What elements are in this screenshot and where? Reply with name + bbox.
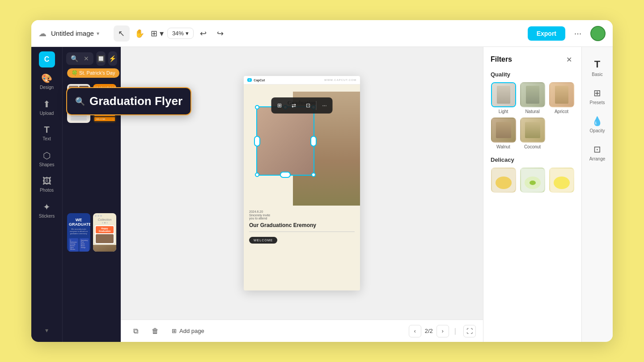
sidebar-item-stickers[interactable]: ✦ Stickers <box>34 198 60 222</box>
sidebar-item-upload[interactable]: ⬆ Upload <box>34 95 60 119</box>
more-options-button[interactable]: ··· <box>570 25 586 42</box>
layout-tool-button[interactable]: ⊞ ▾ <box>149 25 165 42</box>
selected-image-container[interactable] <box>256 106 314 176</box>
sidebar-item-text[interactable]: T Text <box>34 121 60 145</box>
header-left: ☁ Untitled image ▾ <box>38 29 99 38</box>
resize-handle-bl[interactable] <box>255 173 259 177</box>
replace-tool-button[interactable]: ⇄ <box>288 99 300 112</box>
filter-label-light: Light <box>499 109 508 114</box>
page-info-label: 2/2 <box>425 328 433 334</box>
fullscreen-button[interactable]: ⛶ <box>463 325 476 337</box>
add-page-button[interactable]: ⊞ Add page <box>167 325 209 337</box>
photos-label: Photos <box>40 188 54 193</box>
filter-thumb-del3 <box>549 168 574 193</box>
tag-stpatricks[interactable]: 🍀 St. Patrick's Day <box>67 68 119 78</box>
filter-label-coconut: Coconut <box>524 144 541 149</box>
resize-handle-mr[interactable] <box>310 136 317 147</box>
filters-header: Filters ✕ <box>491 54 574 65</box>
opacity-icon: 💧 <box>592 116 603 126</box>
zoom-level-label: 34% <box>172 30 184 37</box>
template-card-3[interactable]: WEGRADUATED We sincerely invite everyone… <box>67 213 90 252</box>
shapes-icon: ⬡ <box>43 150 51 161</box>
filter-item-apricot[interactable]: Apricot <box>549 82 574 114</box>
search-icon: 🔍 <box>71 55 78 62</box>
filter-item-del3[interactable] <box>549 168 574 193</box>
avatar <box>590 26 606 41</box>
right-tool-panel: T Basic ⊞ Presets 💧 Opacity ⊡ Arrange <box>581 47 613 342</box>
tool-separator <box>316 101 317 110</box>
canvas-bottom-content: 2024.6.20 Sincerely invite you to attend… <box>244 206 360 290</box>
filter-item-coconut[interactable]: Coconut <box>520 118 545 149</box>
filter-thumb-apricot <box>549 82 574 107</box>
page-nav-separator: | <box>454 327 456 335</box>
tag-stpatricks-label: 🍀 St. Patrick's Day <box>72 70 115 76</box>
design-icon: 🎨 <box>41 73 52 84</box>
sidebar-item-design[interactable]: 🎨 Design <box>34 69 60 93</box>
header: ☁ Untitled image ▾ ↖ ✋ ⊞ ▾ 34% ▾ ↩ ↪ Exp… <box>31 20 613 47</box>
filter-item-natural[interactable]: Natural <box>520 82 545 114</box>
image-search-button[interactable]: 🔲 <box>96 51 106 66</box>
hand-tool-button[interactable]: ✋ <box>131 25 148 42</box>
logo-text: C <box>44 55 50 63</box>
right-tool-opacity[interactable]: 💧 Opacity <box>584 111 611 138</box>
canvas-date: 2024.6.20 <box>249 210 355 213</box>
add-page-icon: ⊞ <box>172 328 177 334</box>
canvas-invite1: Sincerely invite <box>249 214 355 217</box>
sidebar-item-shapes[interactable]: ⬡ Shapes <box>34 147 60 171</box>
filter-thumb-del1 <box>491 168 516 193</box>
basic-label: Basic <box>592 72 602 77</box>
canvas-welcome-button[interactable]: WELCOME <box>249 237 277 244</box>
opacity-label: Opacity <box>590 128 605 133</box>
filter-label-apricot: Apricot <box>555 109 568 114</box>
resize-handle-tl[interactable] <box>255 105 259 109</box>
element-toolbar: ⊞ ⇄ ⊡ ··· <box>271 97 333 114</box>
select-tool-button[interactable]: ↖ <box>114 25 130 42</box>
filter-item-del1[interactable] <box>491 168 516 193</box>
filters-close-button[interactable]: ✕ <box>564 54 574 65</box>
zoom-chevron-icon: ▾ <box>186 30 189 37</box>
export-button[interactable]: Export <box>528 26 565 41</box>
more-tool-button[interactable]: ··· <box>318 99 331 112</box>
quality-section-title: Quality <box>491 71 574 78</box>
remove-bg-button[interactable]: ⊡ <box>302 99 314 112</box>
filter-item-light[interactable]: Light <box>491 82 516 114</box>
filter-item-del2[interactable] <box>520 168 545 193</box>
quality-filter-grid: Light Natural <box>491 82 574 149</box>
capcut-logo: C <box>39 51 55 67</box>
template-card-4[interactable]: Collection HappyGraduation <box>93 213 116 252</box>
filter-thumb-del2 <box>520 168 545 193</box>
filters-title: Filters <box>491 55 512 63</box>
duplicate-page-button[interactable]: ⧉ <box>128 324 143 339</box>
sidebar-item-photos[interactable]: 🖼 Photos <box>34 173 60 196</box>
presets-icon: ⊞ <box>593 88 601 98</box>
delete-page-button[interactable]: 🗑 <box>148 324 163 339</box>
tooltip-search-text: Graduation Flyer <box>89 94 182 108</box>
search-clear-icon[interactable]: ✕ <box>84 55 89 62</box>
zoom-control[interactable]: 34% ▾ <box>167 28 194 39</box>
sidebar-collapse-button[interactable]: ▾ <box>42 323 52 337</box>
search-row: 🔍 ✕ 🔲 ⚡ <box>63 47 121 68</box>
resize-handle-br[interactable] <box>311 173 316 177</box>
basic-icon: T <box>594 59 600 70</box>
canvas-bottom-bar: ⧉ 🗑 ⊞ Add page ‹ 2/2 › | ⛶ <box>121 320 483 342</box>
file-name-label: Untitled image <box>51 29 94 37</box>
prev-page-button[interactable]: ‹ <box>409 325 421 337</box>
next-page-button[interactable]: › <box>436 325 449 337</box>
filter-button[interactable]: ⚡ <box>108 51 118 66</box>
redo-button[interactable]: ↪ <box>212 25 229 42</box>
file-title: Untitled image ▾ <box>51 29 99 37</box>
resize-handle-bm[interactable] <box>280 172 291 178</box>
canvas-ceremony-title: Our Graduationc Eremony <box>249 222 355 228</box>
resize-handle-ml[interactable] <box>254 136 260 147</box>
cloud-icon: ☁ <box>38 29 47 38</box>
undo-button[interactable]: ↩ <box>195 25 212 42</box>
page-navigation: ‹ 2/2 › | ⛶ <box>409 325 476 337</box>
crop-tool-button[interactable]: ⊞ <box>273 99 286 112</box>
search-bar[interactable]: 🔍 ✕ <box>66 52 93 65</box>
right-tool-basic[interactable]: T Basic <box>584 54 611 81</box>
right-tool-arrange[interactable]: ⊡ Arrange <box>584 139 611 166</box>
filter-item-walnut[interactable]: Walnut <box>491 118 516 149</box>
right-tool-presets[interactable]: ⊞ Presets <box>584 83 611 109</box>
filter-thumb-coconut <box>520 118 545 143</box>
stickers-icon: ✦ <box>43 202 51 212</box>
